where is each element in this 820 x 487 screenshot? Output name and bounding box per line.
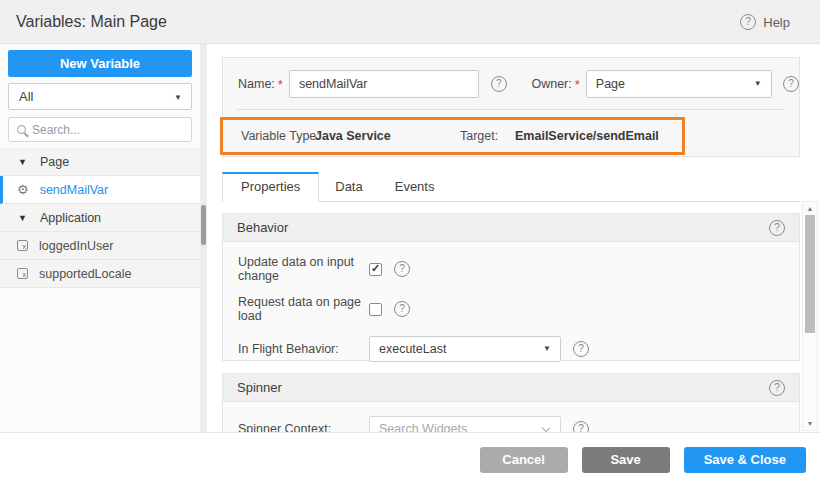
in-flight-help-icon[interactable]: [573, 341, 589, 357]
in-flight-label: In Flight Behavior:: [238, 342, 369, 356]
cancel-button[interactable]: Cancel: [480, 447, 568, 473]
variable-type-label: Variable Type:: [241, 120, 320, 152]
expander-icon[interactable]: ▼: [18, 213, 27, 223]
update-data-help-icon[interactable]: [394, 261, 410, 277]
tree-group-page[interactable]: ▼ Page: [0, 148, 200, 176]
save-and-close-button[interactable]: Save & Close: [684, 447, 806, 473]
dialog-footer: Cancel Save Save & Close: [0, 432, 820, 487]
divider: [237, 109, 785, 110]
update-data-row: Update data on input change: [238, 256, 799, 282]
behavior-section: Behavior Update data on input change Req…: [222, 213, 800, 361]
sidebar-scrollbar[interactable]: [200, 44, 207, 432]
required-marker: *: [278, 77, 283, 92]
dropdown-caret-icon: ▼: [174, 84, 182, 109]
tree-item-label: loggedInUser: [39, 239, 113, 253]
tab-properties[interactable]: Properties: [222, 172, 319, 202]
behavior-help-icon[interactable]: [769, 220, 785, 236]
spinner-context-select[interactable]: Search Widgets: [369, 416, 561, 432]
static-variable-icon: x: [17, 240, 28, 251]
behavior-section-header: Behavior: [223, 214, 799, 242]
owner-select[interactable]: Page ▼: [586, 70, 772, 98]
spinner-context-help-icon[interactable]: [573, 421, 589, 432]
dialog-header: Variables: Main Page Help: [0, 0, 820, 44]
in-flight-value: executeLast: [379, 342, 446, 356]
spinner-help-icon[interactable]: [769, 380, 785, 396]
variable-filter-value: All: [19, 89, 33, 104]
variables-tree: ▼ Page ⚙ sendMailVar ▼ Application x log…: [0, 148, 200, 288]
request-data-row: Request data on page load: [238, 296, 799, 322]
help-label: Help: [763, 15, 790, 30]
name-field[interactable]: [289, 70, 480, 98]
spinner-section: Spinner Spinner Context: Search Widgets: [222, 373, 800, 432]
tree-group-label: Page: [40, 155, 69, 169]
tree-group-application[interactable]: ▼ Application: [0, 204, 200, 232]
name-help-icon[interactable]: [491, 76, 507, 92]
tree-item-label: sendMailVar: [40, 183, 109, 197]
main-panel: Name: * Owner: * Page ▼ Variable Type: J…: [207, 44, 820, 432]
search-icon: [17, 125, 26, 134]
variables-sidebar: New Variable All ▼ ▼ Page ⚙ sendMailVar …: [0, 44, 200, 432]
search-input[interactable]: [32, 123, 172, 137]
content-scrollbar-thumb[interactable]: [805, 215, 815, 333]
tree-group-label: Application: [40, 211, 101, 225]
gear-icon: ⚙: [17, 183, 29, 196]
tree-item-sendmailvar[interactable]: ⚙ sendMailVar: [0, 176, 200, 204]
owner-help-icon[interactable]: [783, 76, 799, 92]
target-value: EmailService/sendEmail: [515, 120, 659, 152]
tree-item-supportedlocale[interactable]: x supportedLocale: [0, 260, 200, 288]
footer-buttons: Cancel Save Save & Close: [480, 447, 806, 473]
variable-type-value: Java Service: [315, 120, 391, 152]
owner-value: Page: [596, 77, 625, 91]
spinner-context-label: Spinner Context:: [238, 422, 369, 432]
help-icon: [740, 14, 756, 30]
required-marker: *: [575, 77, 580, 92]
new-variable-button[interactable]: New Variable: [8, 50, 192, 77]
spinner-section-header: Spinner: [223, 374, 799, 402]
scroll-down-icon[interactable]: ▼: [803, 420, 817, 427]
target-label: Target:: [460, 120, 498, 152]
tab-events[interactable]: Events: [379, 173, 451, 201]
variable-filter-select[interactable]: All ▼: [8, 83, 192, 110]
update-data-label: Update data on input change: [238, 255, 369, 283]
variable-summary-panel: Name: * Owner: * Page ▼ Variable Type: J…: [222, 57, 800, 157]
dropdown-caret-icon: ▼: [543, 337, 551, 361]
update-data-checkbox[interactable]: [369, 263, 382, 276]
expander-icon[interactable]: ▼: [18, 157, 27, 167]
scroll-up-icon[interactable]: ▲: [803, 205, 817, 212]
chevron-down-icon: [542, 424, 550, 432]
page-title: Variables: Main Page: [16, 0, 167, 44]
spinner-context-placeholder: Search Widgets: [379, 422, 467, 432]
sidebar-scrollbar-thumb[interactable]: [201, 205, 206, 245]
owner-label: Owner:: [531, 77, 571, 91]
variable-search[interactable]: [8, 117, 192, 142]
save-button[interactable]: Save: [582, 447, 670, 473]
spinner-title: Spinner: [237, 380, 282, 395]
tab-data[interactable]: Data: [319, 173, 378, 201]
static-variable-icon: x: [17, 268, 28, 279]
tab-bar: Properties Data Events: [222, 173, 800, 202]
request-data-label: Request data on page load: [238, 295, 369, 323]
request-data-help-icon[interactable]: [394, 301, 410, 317]
in-flight-select[interactable]: executeLast ▼: [369, 336, 561, 362]
tree-item-label: supportedLocale: [39, 267, 131, 281]
name-owner-row: Name: * Owner: * Page ▼: [238, 70, 799, 98]
spinner-context-row: Spinner Context: Search Widgets: [238, 416, 799, 432]
tree-item-loggedinuser[interactable]: x loggedInUser: [0, 232, 200, 260]
help-button[interactable]: Help: [740, 0, 790, 44]
content-scrollbar[interactable]: ▲ ▼: [802, 201, 818, 431]
dropdown-caret-icon: ▼: [754, 71, 762, 97]
name-label: Name:: [238, 77, 275, 91]
variables-dialog: Variables: Main Page Help New Variable A…: [0, 0, 820, 487]
behavior-title: Behavior: [237, 220, 288, 235]
request-data-checkbox[interactable]: [369, 303, 382, 316]
variable-type-highlight-box: Variable Type: Java Service Target: Emai…: [220, 117, 685, 155]
in-flight-row: In Flight Behavior: executeLast ▼: [238, 336, 799, 362]
